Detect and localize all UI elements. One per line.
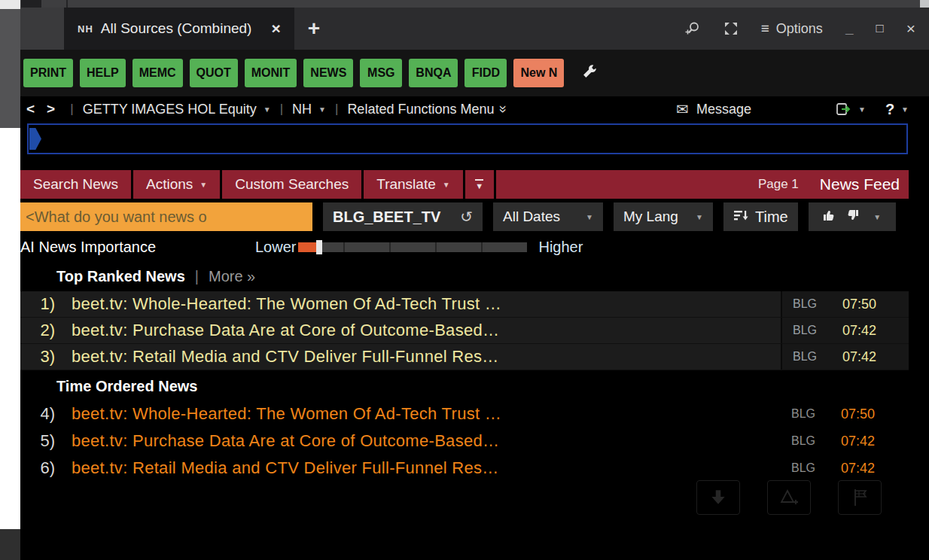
chevron-down-icon: ▼ xyxy=(263,105,271,114)
importance-slider[interactable] xyxy=(298,242,527,252)
headline-link[interactable]: beet.tv: Whole-Hearted: The Women Of Ad-… xyxy=(72,404,781,424)
forward-button[interactable]: > xyxy=(41,101,61,117)
security-selector[interactable]: GETTY IMAGES HOL Equity ▼ xyxy=(83,102,271,117)
news-row[interactable]: 5) beet.tv: Purchase Data Are at Core of… xyxy=(20,428,909,455)
shortcut-bnqa[interactable]: BNQA xyxy=(409,59,458,87)
slider-divider xyxy=(343,242,345,252)
page-indicator: Page 1 xyxy=(758,177,799,192)
download-button[interactable] xyxy=(696,480,740,515)
news-row[interactable]: 6) beet.tv: Retail Media and CTV Deliver… xyxy=(20,455,909,482)
custom-searches-button[interactable]: Custom Searches xyxy=(222,170,361,199)
headline-link[interactable]: beet.tv: Whole-Hearted: The Women Of Ad-… xyxy=(72,294,781,314)
message-button[interactable]: ✉ Message xyxy=(676,100,751,118)
filter-row: <What do you want news o BLG_BEET_TV ↺ A… xyxy=(20,202,909,231)
ranked-section-title: Top Ranked News xyxy=(56,268,185,285)
timestamp: 07:42 xyxy=(842,323,876,339)
chevron-down-icon: ▼ xyxy=(586,213,593,221)
row-meta: BLG 07:42 xyxy=(781,428,909,455)
command-line-input[interactable] xyxy=(27,123,908,154)
importance-slider-thumb[interactable] xyxy=(316,240,322,254)
importance-label: AI News Importance xyxy=(20,239,255,256)
thumbs-up-icon xyxy=(823,208,837,226)
new-tab-button[interactable]: + xyxy=(294,8,334,50)
timestamp: 07:42 xyxy=(842,349,876,365)
importance-row: AI News Importance Lower Higher xyxy=(20,233,909,261)
sort-by-time-button[interactable]: Time xyxy=(723,202,798,231)
wrench-icon[interactable] xyxy=(581,63,598,83)
headline-link[interactable]: beet.tv: Retail Media and CTV Deliver Fu… xyxy=(72,458,781,478)
source-filter-chip[interactable]: BLG_BEET_TV ↺ xyxy=(323,202,483,231)
divider: | xyxy=(335,102,338,117)
function-nav-bar: < > | GETTY IMAGES HOL Equity ▼ | NH ▼ |… xyxy=(20,96,909,122)
shortcut-print[interactable]: PRINT xyxy=(23,59,73,87)
slider-divider xyxy=(389,242,391,252)
minimize-button[interactable]: _ xyxy=(845,20,854,37)
row-meta: BLG 07:42 xyxy=(781,318,909,343)
source-code: BLG xyxy=(791,434,821,448)
command-cursor-icon xyxy=(29,128,41,150)
options-button[interactable]: ≡ Options xyxy=(761,20,823,37)
shortcut-msg[interactable]: MSG xyxy=(360,59,402,87)
zoom-in-icon[interactable] xyxy=(684,21,701,36)
envelope-icon: ✉ xyxy=(676,100,689,118)
shortcut-new-msg[interactable]: New N xyxy=(513,59,564,87)
tab-all-sources[interactable]: NH All Sources (Combined) × xyxy=(64,8,294,50)
shortcut-quot[interactable]: QUOT xyxy=(190,59,238,87)
news-row[interactable]: 2) beet.tv: Purchase Data Are at Core of… xyxy=(20,318,909,344)
chevron-down-icon: ▼ xyxy=(696,213,703,221)
shortcut-fidd[interactable]: FIDD xyxy=(464,59,507,87)
actions-menu-button[interactable]: Actions ▼ xyxy=(133,170,220,199)
undo-icon[interactable]: ↺ xyxy=(460,208,473,226)
news-search-input[interactable]: <What do you want news o xyxy=(20,202,312,231)
more-link[interactable]: More » xyxy=(209,268,255,285)
news-row[interactable]: 1) beet.tv: Whole-Hearted: The Women Of … xyxy=(20,291,909,318)
left-edge-strip xyxy=(0,128,20,529)
headline-link[interactable]: beet.tv: Retail Media and CTV Deliver Fu… xyxy=(72,347,781,367)
close-window-button[interactable]: × xyxy=(906,20,915,38)
date-filter-dropdown[interactable]: All Dates ▼ xyxy=(493,202,603,231)
expand-icon[interactable] xyxy=(723,21,739,36)
source-code: BLG xyxy=(793,350,823,364)
search-news-button[interactable]: Search News xyxy=(20,170,131,199)
help-button[interactable]: ? ▼ xyxy=(885,101,909,118)
divider: | xyxy=(280,102,283,117)
menu-icon: ≡ xyxy=(761,20,769,37)
related-functions-menu[interactable]: Related Functions Menu » xyxy=(347,101,508,117)
shortcut-monit[interactable]: MONIT xyxy=(245,59,297,87)
shortcut-news[interactable]: NEWS xyxy=(303,59,353,87)
chevron-down-icon: ▼ xyxy=(901,105,909,114)
ranked-section-header: Top Ranked News | More » xyxy=(56,263,255,289)
collapse-toolbar-button[interactable]: ▼ xyxy=(465,170,494,199)
function-code: NH xyxy=(292,102,312,117)
tab-bar-spacer xyxy=(334,8,684,50)
menu-bar-title-area: Page 1 News Feed xyxy=(496,170,909,199)
headline-link[interactable]: beet.tv: Purchase Data Are at Core of Ou… xyxy=(72,431,781,451)
divider: | xyxy=(195,268,199,285)
function-selector[interactable]: NH ▼ xyxy=(292,102,326,117)
double-chevron-icon: » xyxy=(496,105,513,114)
window-controls: ≡ Options _ □ × xyxy=(684,8,929,50)
export-button[interactable]: ▼ xyxy=(836,102,866,117)
timestamp: 07:50 xyxy=(841,406,875,422)
maximize-button[interactable]: □ xyxy=(876,21,883,36)
close-tab-icon[interactable]: × xyxy=(271,20,280,38)
top-edge-divider xyxy=(66,0,68,8)
back-button[interactable]: < xyxy=(20,101,41,117)
news-row[interactable]: 3) beet.tv: Retail Media and CTV Deliver… xyxy=(20,344,909,370)
news-row[interactable]: 4) beet.tv: Whole-Hearted: The Women Of … xyxy=(20,400,909,428)
chevron-down-icon: ▼ xyxy=(873,213,881,221)
shortcut-memc[interactable]: MEMC xyxy=(132,59,183,87)
shortcut-help[interactable]: HELP xyxy=(80,59,126,87)
ranked-news-panel: 1) beet.tv: Whole-Hearted: The Women Of … xyxy=(20,291,909,370)
translate-menu-button[interactable]: Translate ▼ xyxy=(364,170,462,199)
language-filter-dropdown[interactable]: My Lang ▼ xyxy=(614,202,713,231)
left-edge-strip xyxy=(0,9,20,128)
headline-link[interactable]: beet.tv: Purchase Data Are at Core of Ou… xyxy=(72,321,781,340)
feedback-dropdown[interactable]: ▼ xyxy=(809,202,896,231)
chevron-down-icon: ▼ xyxy=(858,105,866,114)
flag-button[interactable] xyxy=(838,480,882,515)
security-name: GETTY IMAGES HOL Equity xyxy=(83,102,257,117)
alert-add-button[interactable] xyxy=(767,480,811,515)
actions-label: Actions xyxy=(146,176,193,193)
chevron-down-icon: ▼ xyxy=(200,181,207,189)
